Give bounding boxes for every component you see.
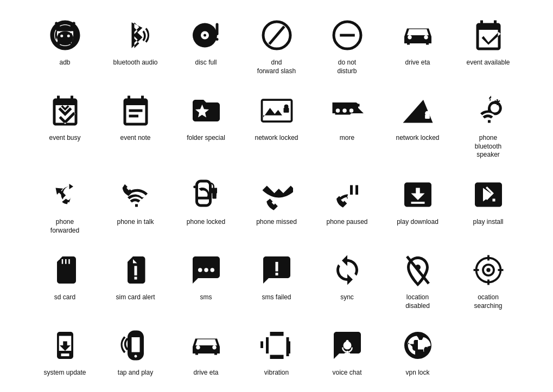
voice-chat-label: voice chat [332,369,361,377]
sim-card-alert-icon [117,251,155,289]
phone-bluetooth-speaker-icon: ✱ [469,92,507,130]
folder-special-icon [187,92,225,130]
icon-item-bluetooth-audio: bluetooth audio [100,11,171,81]
svg-point-3 [60,35,63,37]
disc-full-label: disc full [195,59,217,67]
phone-bluetooth-speaker-label: phonebluetoothspeaker [475,134,501,159]
location-searching-icon [469,251,507,289]
icon-item-network-locked-2: network locked [383,86,453,165]
phone-locked-label: phone locked [187,218,225,227]
network-locked-1-label: network locked [255,134,298,143]
svg-rect-34 [134,266,137,276]
svg-rect-8 [215,23,218,36]
icon-item-phone-locked: phone locked [171,170,241,240]
event-note-label: event note [120,134,150,143]
phone-paused-icon [328,176,366,214]
icon-item-sd-card: sd card [30,246,100,316]
disc-full-icon [187,16,225,54]
phone-forwarded-icon [46,176,84,214]
event-busy-icon [46,92,84,130]
event-busy-label: event busy [49,134,80,143]
icon-item-system-update: system update [30,321,100,383]
svg-point-17 [335,108,340,113]
icon-item-sms-failed: sms failed [241,246,312,316]
svg-point-36 [198,268,202,272]
location-disabled-icon [399,251,437,289]
drive-eta-icon [399,16,437,54]
svg-point-4 [67,35,69,37]
drive-eta-label: drive eta [405,59,430,67]
phone-in-talk-icon [117,176,155,214]
vibration-label: vibration [264,369,289,377]
svg-point-2 [57,31,73,45]
system-update-label: system update [43,369,86,377]
svg-rect-9 [215,38,218,41]
location-searching-label: ocationsearching [474,293,502,310]
play-download-label: play download [397,218,438,227]
do-not-disturb-label: do notdisturb [337,59,357,75]
icon-item-more: more [312,86,383,165]
vibration-icon [258,326,296,364]
svg-rect-21 [425,115,430,119]
svg-rect-24 [212,195,217,199]
icon-item-do-not-disturb: do notdisturb [312,11,383,81]
vpn-lock-label: vpn lock [405,369,429,377]
sms-label: sms [200,293,212,302]
icon-item-play-download: play download [383,170,453,240]
bluetooth-audio-icon [117,16,155,54]
svg-rect-31 [63,259,65,265]
icon-item-folder-special: folder special [171,86,241,165]
svg-rect-16 [283,108,289,113]
icon-item-sim-card-alert: sim card alert [100,246,171,316]
icon-item-tap-and-play: tap and play [100,321,171,383]
tap-and-play-label: tap and play [118,369,153,377]
vpn-lock-icon [399,326,437,364]
icon-item-sync: sync [312,246,383,316]
sms-icon [187,251,225,289]
phone-in-talk-label: phone in talk [117,218,154,227]
voice-chat-icon [328,326,366,364]
svg-rect-39 [275,262,278,272]
phone-missed-label: phone missed [256,218,297,227]
phone-missed-icon [258,176,296,214]
folder-special-label: folder special [187,134,225,143]
sd-card-label: sd card [54,293,75,302]
svg-rect-51 [346,340,348,348]
svg-point-37 [204,268,208,272]
svg-text:✱: ✱ [494,98,501,107]
phone-paused-label: phone paused [326,218,367,227]
icon-item-event-available: event available [453,11,524,81]
dnd-forward-slash-label: dndforward slash [257,59,296,75]
svg-point-19 [349,108,353,113]
sync-label: sync [340,293,354,302]
sim-card-alert-label: sim card alert [116,293,155,302]
svg-rect-32 [66,259,68,265]
system-update-icon [46,326,84,364]
svg-rect-35 [134,277,137,280]
icon-item-vpn-lock: vpn lock [383,321,453,383]
icon-item-phone-forwarded: phoneforwarded [30,170,100,240]
tap-and-play-icon [117,326,155,364]
svg-rect-30 [60,259,62,265]
icon-item-event-busy: event busy [30,86,100,165]
svg-rect-33 [69,259,72,265]
sms-failed-icon [258,251,296,289]
sd-card-icon [46,251,84,289]
icon-item-voice-chat: voice chat [312,321,383,383]
icon-item-phone-bluetooth-speaker: ✱ phonebluetoothspeaker [453,86,524,165]
phone-forwarded-label: phoneforwarded [50,218,79,235]
bluetooth-audio-label: bluetooth audio [113,59,157,67]
icon-item-network-locked-1: network locked [241,86,312,165]
network-locked-1-icon [258,92,296,130]
icon-item-phone-missed: phone missed [241,170,312,240]
drive-eta-2-label: drive eta [193,369,218,377]
adb-label: adb [59,59,70,67]
event-available-label: event available [466,59,510,67]
svg-point-7 [204,34,206,37]
icon-item-disc-full: disc full [171,11,241,81]
play-install-label: play install [473,218,503,227]
sync-icon [328,251,366,289]
play-install-icon [469,176,507,214]
network-locked-2-label: network locked [396,134,439,143]
icon-item-location-disabled: locationdisabled [383,246,453,316]
